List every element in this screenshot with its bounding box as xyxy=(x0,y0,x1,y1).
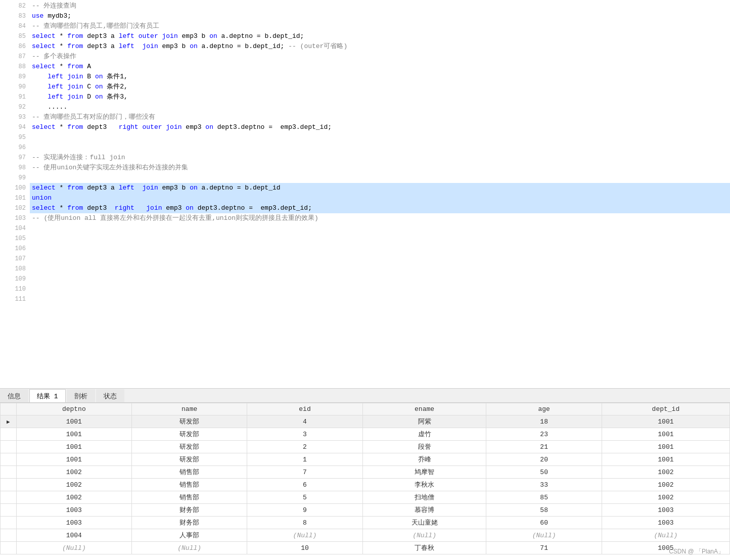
code-line: select * from dept3 right outer join emp… xyxy=(30,122,730,132)
code-line: -- 查询哪些部门有员工,哪些部门没有员工 xyxy=(30,21,730,31)
code-text: 条件1, xyxy=(103,73,127,80)
table-cell-age: 21 xyxy=(486,441,602,453)
keyword: join xyxy=(166,123,181,131)
table-column-header: name xyxy=(131,403,247,415)
keyword: outer xyxy=(142,123,162,131)
code-text: B xyxy=(83,73,95,80)
keyword: left xyxy=(119,32,134,40)
table-cell-age: 71 xyxy=(486,542,602,554)
table-cell-age: 85 xyxy=(486,491,602,504)
table-cell-eid: 7 xyxy=(247,466,362,479)
table-cell-dept_id: (Null) xyxy=(602,529,729,542)
code-text: 条件3, xyxy=(103,93,127,101)
table-row[interactable]: 1002销售部7鸠摩智501002 xyxy=(1,466,730,479)
table-cell-age: 18 xyxy=(486,415,602,428)
table-cell-deptno: 1004 xyxy=(16,529,131,542)
code-text xyxy=(32,83,48,90)
code-text: dept3.deptno = emp3.dept_id; xyxy=(213,123,332,131)
line-number: 104 xyxy=(7,223,26,234)
table-cell-eid: 6 xyxy=(247,479,362,491)
code-line: left join B on 条件1, xyxy=(30,72,730,82)
keyword: from xyxy=(67,42,83,50)
table-row[interactable]: 1002销售部6李秋水331002 xyxy=(1,479,730,491)
code-text: * xyxy=(56,184,67,192)
table-column-header: age xyxy=(486,403,602,415)
tab-结果-1[interactable]: 结果 1 xyxy=(29,389,66,402)
table-row[interactable]: (Null)(Null)10丁春秋711005 xyxy=(1,542,730,554)
table-cell-deptno: (Null) xyxy=(16,542,131,554)
table-cell-eid: 2 xyxy=(247,441,362,453)
line-number: 110 xyxy=(7,284,26,294)
line-number: 82 xyxy=(7,1,26,11)
code-editor: 8283848586878889909192939495969798991001… xyxy=(0,0,730,388)
table-column-header: deptno xyxy=(16,403,131,415)
code-text xyxy=(32,73,48,80)
row-indicator xyxy=(1,466,17,479)
code-text: D xyxy=(83,93,95,101)
table-cell-dept_id: 1002 xyxy=(602,466,729,479)
code-text: a.deptno = b.dept_id xyxy=(198,184,281,192)
table-row[interactable]: 1002销售部5扫地僧851002 xyxy=(1,491,730,504)
keyword: from xyxy=(67,184,83,192)
table-cell-ename: 慕容博 xyxy=(362,504,486,517)
keyword: select xyxy=(32,42,56,50)
keyword: join xyxy=(142,184,158,192)
table-cell-name: 销售部 xyxy=(131,491,247,504)
code-line: -- (使用union all 直接将左外和右外拼接在一起没有去重,union则… xyxy=(30,213,730,223)
table-cell-ename: (Null) xyxy=(362,529,486,542)
null-value: (Null) xyxy=(532,532,556,539)
code-line: union xyxy=(30,193,730,203)
table-row[interactable]: 1003财务部9慕容博581003 xyxy=(1,504,730,517)
code-line: select * from dept3 right join emp3 on d… xyxy=(30,203,730,213)
row-indicator xyxy=(1,529,17,542)
code-line: select * from dept3 a left outer join em… xyxy=(30,31,730,41)
comment: -- (outer可省略) xyxy=(288,42,347,50)
table-cell-age: 33 xyxy=(486,479,602,491)
comment: -- 查询哪些部门有员工,哪些部门没有员工 xyxy=(32,22,159,30)
code-text: A xyxy=(83,63,91,70)
table-cell-name: 财务部 xyxy=(131,517,247,529)
line-number: 90 xyxy=(7,82,26,92)
line-number: 83 xyxy=(7,11,26,21)
table-cell-age: 23 xyxy=(486,428,602,441)
table-row[interactable]: ▶1001研发部4阿紫181001 xyxy=(1,415,730,428)
null-value: (Null) xyxy=(413,532,436,539)
keyword: left xyxy=(48,83,63,90)
table-row[interactable]: 1001研发部3虚竹231001 xyxy=(1,428,730,441)
tab-剖析[interactable]: 剖析 xyxy=(67,389,95,402)
tab-状态[interactable]: 状态 xyxy=(96,389,124,402)
result-table-container[interactable]: deptnonameeidenameagedept_id▶1001研发部4阿紫1… xyxy=(0,403,730,560)
table-cell-name: 财务部 xyxy=(131,504,247,517)
comment: -- 外连接查询 xyxy=(32,2,76,10)
row-indicator xyxy=(1,453,17,466)
code-lines[interactable]: -- 外连接查询use mydb3;-- 查询哪些部门有员工,哪些部门没有员工s… xyxy=(30,0,730,388)
table-cell-ename: 扫地僧 xyxy=(362,491,486,504)
keyword: use xyxy=(32,12,43,20)
keyword: select xyxy=(32,32,56,40)
code-text xyxy=(134,32,139,40)
line-number: 98 xyxy=(7,163,26,173)
code-text: dept3 xyxy=(83,204,114,212)
tab-信息[interactable]: 信息 xyxy=(0,389,28,402)
table-row[interactable]: 1003财务部8天山童姥601003 xyxy=(1,517,730,529)
table-cell-ename: 乔峰 xyxy=(362,453,486,466)
table-row[interactable]: 1004人事部(Null)(Null)(Null)(Null) xyxy=(1,529,730,542)
code-line: left join C on 条件2, xyxy=(30,82,730,92)
table-cell-dept_id: 1001 xyxy=(602,441,729,453)
tabs-row: 信息结果 1剖析状态 xyxy=(0,389,730,403)
line-number: 99 xyxy=(7,173,26,183)
table-row[interactable]: 1001研发部2段誉211001 xyxy=(1,441,730,453)
code-line: -- 外连接查询 xyxy=(30,1,730,11)
line-number: 108 xyxy=(7,264,26,274)
table-row[interactable]: 1001研发部1乔峰201001 xyxy=(1,453,730,466)
keyword: join xyxy=(67,93,83,101)
keyword: select xyxy=(32,63,56,70)
keyword: left xyxy=(119,42,134,50)
table-cell-name: 人事部 xyxy=(131,529,247,542)
left-gutter xyxy=(0,0,7,388)
table-cell-age: 20 xyxy=(486,453,602,466)
table-cell-ename: 虚竹 xyxy=(362,428,486,441)
keyword: select xyxy=(32,204,56,212)
code-text: dept3 a xyxy=(83,42,118,50)
table-cell-eid: 10 xyxy=(247,542,362,554)
